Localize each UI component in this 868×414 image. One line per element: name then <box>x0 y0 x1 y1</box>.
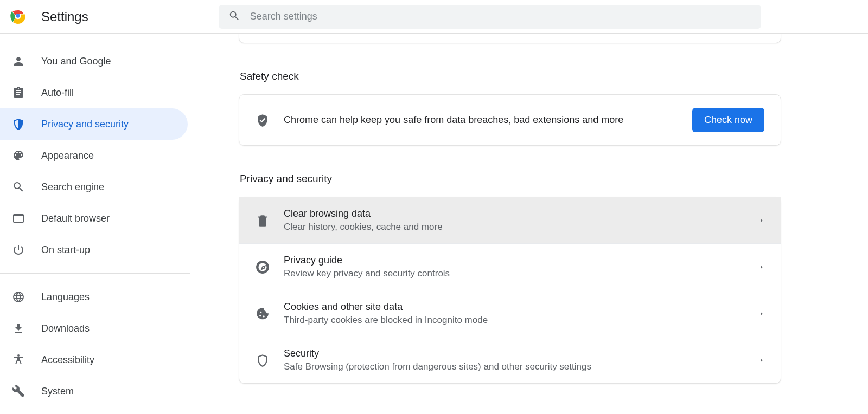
previous-card-stub <box>239 34 781 43</box>
row-subtitle: Safe Browsing (protection from dangerous… <box>284 361 759 372</box>
chrome-logo-icon <box>9 8 41 26</box>
row-cookies[interactable]: Cookies and other site data Third-party … <box>239 290 781 337</box>
person-icon <box>12 55 25 68</box>
clipboard-icon <box>12 86 25 99</box>
sidebar-divider <box>0 273 190 274</box>
chevron-right-icon <box>759 358 764 363</box>
search-input[interactable] <box>250 11 751 22</box>
row-title: Clear browsing data <box>284 208 759 219</box>
download-icon <box>12 322 25 335</box>
safety-check-title: Safety check <box>240 70 868 82</box>
accessibility-icon <box>12 353 25 366</box>
page-title: Settings <box>41 9 88 24</box>
privacy-card: Clear browsing data Clear history, cooki… <box>239 197 781 384</box>
row-clear-browsing-data[interactable]: Clear browsing data Clear history, cooki… <box>239 197 781 243</box>
browser-icon <box>12 212 25 225</box>
chevron-right-icon <box>759 218 764 223</box>
power-icon <box>12 243 25 256</box>
shield-check-icon <box>256 113 270 127</box>
sidebar-item-label: Accessibility <box>41 354 94 366</box>
chevron-right-icon <box>759 264 764 270</box>
wrench-icon <box>12 385 25 398</box>
row-security[interactable]: Security Safe Browsing (protection from … <box>239 337 781 383</box>
sidebar-item-startup[interactable]: On start-up <box>0 234 188 266</box>
search-container[interactable] <box>219 5 761 29</box>
row-subtitle: Third-party cookies are blocked in Incog… <box>284 315 759 326</box>
shield-outline-icon <box>256 353 270 367</box>
sidebar-item-search-engine[interactable]: Search engine <box>0 171 188 203</box>
privacy-section-title: Privacy and security <box>240 173 868 185</box>
sidebar-item-label: Auto-fill <box>41 87 74 99</box>
sidebar-item-label: On start-up <box>41 244 90 256</box>
sidebar-item-label: Languages <box>41 292 90 303</box>
palette-icon <box>12 149 25 162</box>
shield-icon <box>12 118 25 131</box>
safety-check-card: Chrome can help keep you safe from data … <box>239 94 781 146</box>
check-now-button[interactable]: Check now <box>692 108 764 132</box>
sidebar-item-downloads[interactable]: Downloads <box>0 313 188 344</box>
sidebar-item-appearance[interactable]: Appearance <box>0 140 188 171</box>
row-subtitle: Clear history, cookies, cache and more <box>284 222 759 232</box>
header: Settings <box>0 0 868 34</box>
sidebar: You and Google Auto-fill Privacy and sec… <box>0 34 190 414</box>
sidebar-item-accessibility[interactable]: Accessibility <box>0 344 188 376</box>
row-subtitle: Review key privacy and security controls <box>284 268 759 279</box>
sidebar-item-label: System <box>41 386 74 397</box>
cookie-icon <box>256 307 270 321</box>
sidebar-item-system[interactable]: System <box>0 376 188 407</box>
sidebar-item-label: Search engine <box>41 182 104 193</box>
sidebar-item-label: Appearance <box>41 150 94 161</box>
trash-icon <box>256 214 270 228</box>
main-content: Safety check Chrome can help keep you sa… <box>190 34 868 414</box>
sidebar-item-label: You and Google <box>41 56 111 67</box>
row-title: Security <box>284 348 759 359</box>
row-privacy-guide[interactable]: Privacy guide Review key privacy and sec… <box>239 243 781 290</box>
compass-icon <box>256 260 270 274</box>
globe-icon <box>12 290 25 303</box>
search-icon <box>12 180 25 193</box>
sidebar-item-languages[interactable]: Languages <box>0 281 188 313</box>
sidebar-item-you-google[interactable]: You and Google <box>0 46 188 77</box>
sidebar-item-privacy[interactable]: Privacy and security <box>0 108 188 140</box>
row-title: Cookies and other site data <box>284 301 759 313</box>
sidebar-item-label: Default browser <box>41 213 110 224</box>
search-icon <box>228 10 250 24</box>
sidebar-item-label: Downloads <box>41 323 90 334</box>
safety-check-text: Chrome can help keep you safe from data … <box>284 114 692 126</box>
chevron-right-icon <box>759 311 764 316</box>
sidebar-item-label: Privacy and security <box>41 119 129 130</box>
row-title: Privacy guide <box>284 255 759 266</box>
sidebar-item-autofill[interactable]: Auto-fill <box>0 77 188 108</box>
sidebar-item-default-browser[interactable]: Default browser <box>0 203 188 234</box>
